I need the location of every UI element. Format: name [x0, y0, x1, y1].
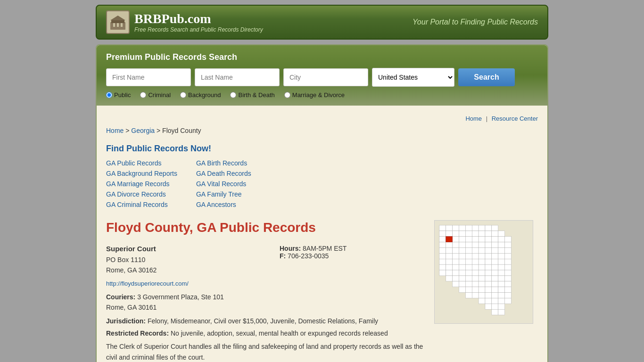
svg-rect-28	[459, 237, 466, 242]
breadcrumb-sep-2: >	[157, 127, 162, 134]
svg-rect-38	[453, 242, 459, 248]
svg-rect-118	[492, 281, 498, 287]
link-ga-criminal-records[interactable]: GA Criminal Records	[106, 201, 177, 208]
svg-rect-24	[498, 231, 505, 237]
hours-value: 8AM-5PM EST	[303, 245, 347, 252]
link-ga-public-records[interactable]: GA Public Records	[106, 159, 177, 167]
jurisdiction-value: Felony, Misdemeanor, Civil over $15,000,…	[148, 317, 378, 325]
clerk-text: The Clerk of Superior Court handles all …	[106, 341, 425, 362]
svg-rect-22	[485, 231, 492, 237]
couriers-row: Couriers: 3 Government Plaza, Ste 101	[106, 292, 425, 302]
county-section: Floyd County, GA Public Records Superior…	[106, 220, 538, 362]
first-name-input[interactable]	[106, 68, 191, 86]
svg-rect-93	[453, 270, 459, 276]
breadcrumb-state[interactable]: Georgia	[131, 127, 155, 134]
georgia-map	[434, 220, 533, 324]
records-section: Find Public Records Now! GA Public Recor…	[106, 144, 538, 208]
svg-rect-125	[485, 287, 492, 293]
svg-rect-73	[465, 259, 472, 264]
svg-rect-116	[479, 281, 485, 287]
svg-rect-84	[465, 264, 472, 270]
svg-rect-10	[465, 225, 472, 231]
svg-rect-7	[446, 225, 453, 231]
svg-rect-83	[459, 264, 466, 270]
svg-rect-99	[492, 270, 498, 276]
records-col-left: GA Public Records GA Background Reports …	[106, 159, 177, 208]
fax-value: 706-233-0035	[288, 252, 329, 260]
country-select[interactable]: United States	[372, 68, 454, 87]
svg-rect-80	[439, 264, 446, 270]
city-input[interactable]	[283, 68, 368, 86]
svg-rect-132	[492, 293, 498, 298]
svg-rect-67	[498, 253, 505, 259]
svg-rect-120	[505, 281, 512, 287]
search-button[interactable]: Search	[458, 68, 515, 86]
link-ga-ancestors[interactable]: GA Ancestors	[196, 201, 251, 208]
svg-rect-20	[472, 231, 479, 237]
nav-home-link[interactable]: Home	[465, 115, 482, 122]
link-ga-background-reports[interactable]: GA Background Reports	[106, 170, 177, 177]
breadcrumb: Home > Georgia > Floyd County	[106, 127, 538, 134]
svg-rect-33	[492, 237, 498, 242]
svg-rect-98	[485, 270, 492, 276]
svg-rect-4	[117, 23, 119, 27]
link-ga-vital-records[interactable]: GA Vital Records	[196, 180, 251, 188]
link-ga-family-tree[interactable]: GA Family Tree	[196, 190, 251, 198]
svg-rect-130	[479, 293, 485, 298]
svg-rect-89	[498, 264, 505, 270]
svg-rect-40	[465, 242, 472, 248]
link-ga-death-records[interactable]: GA Death Records	[196, 170, 251, 177]
radio-marriage-divorce[interactable]: Marriage & Divorce	[284, 91, 345, 99]
svg-rect-58	[439, 253, 446, 259]
radio-background[interactable]: Background	[180, 91, 221, 99]
link-ga-divorce-records[interactable]: GA Divorce Records	[106, 190, 177, 198]
svg-rect-45	[498, 242, 505, 248]
fax-row: F: 706-233-0035	[280, 252, 425, 260]
header-tagline: Your Portal to Finding Public Records	[413, 18, 538, 26]
court-website-link[interactable]: http://floydsuperiorecourt.com/	[106, 280, 189, 287]
svg-rect-121	[459, 287, 466, 293]
link-ga-marriage-records[interactable]: GA Marriage Records	[106, 180, 177, 188]
svg-rect-34	[498, 237, 505, 242]
svg-rect-72	[459, 259, 466, 264]
svg-rect-115	[472, 281, 479, 287]
svg-rect-76	[485, 259, 492, 264]
svg-rect-140	[498, 293, 505, 298]
svg-rect-81	[446, 264, 453, 270]
svg-rect-78	[498, 259, 505, 264]
svg-rect-69	[439, 259, 446, 264]
records-links: GA Public Records GA Background Reports …	[106, 159, 538, 208]
couriers-value: 3 Government Plaza, Ste 101	[137, 293, 224, 301]
svg-rect-37	[446, 242, 453, 248]
last-name-input[interactable]	[195, 68, 280, 86]
svg-rect-146	[498, 309, 505, 315]
svg-rect-96	[472, 270, 479, 276]
svg-rect-57	[505, 247, 512, 253]
svg-rect-92	[446, 270, 453, 276]
svg-rect-128	[465, 293, 472, 298]
site-header: BRBPub.com Free Records Search and Publi…	[96, 5, 548, 40]
svg-rect-62	[465, 253, 472, 259]
county-title: Floyd County, GA Public Records	[106, 220, 425, 235]
svg-rect-134	[485, 298, 492, 304]
svg-rect-145	[492, 309, 498, 315]
svg-rect-97	[479, 270, 485, 276]
breadcrumb-home[interactable]: Home	[106, 127, 124, 134]
svg-rect-23	[492, 231, 498, 237]
svg-rect-103	[453, 276, 459, 281]
search-inputs-row: United States Search	[106, 68, 538, 87]
radio-criminal[interactable]: Criminal	[140, 91, 171, 99]
svg-rect-32	[485, 237, 492, 242]
nav-resource-center-link[interactable]: Resource Center	[492, 115, 538, 122]
svg-rect-27	[453, 237, 459, 242]
svg-rect-18	[459, 231, 466, 237]
county-info: Floyd County, GA Public Records Superior…	[106, 220, 425, 362]
svg-rect-14	[492, 225, 498, 231]
radio-birth-death[interactable]: Birth & Death	[230, 91, 274, 99]
link-ga-birth-records[interactable]: GA Birth Records	[196, 159, 251, 167]
court-name: Superior Court	[106, 245, 251, 253]
svg-rect-87	[485, 264, 492, 270]
fax-label: F:	[280, 252, 286, 260]
radio-public[interactable]: Public	[106, 91, 131, 99]
svg-rect-30	[472, 237, 479, 242]
